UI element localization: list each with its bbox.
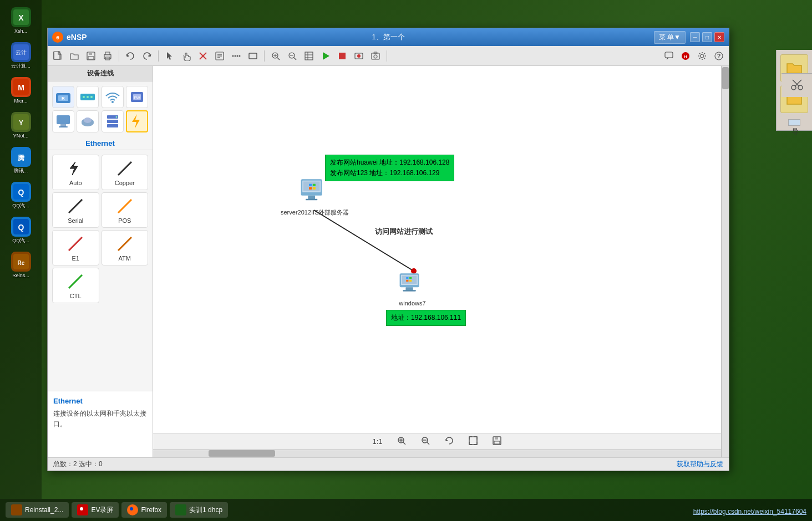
taskbar-icon-reinstall[interactable]: Re Reins... [6, 250, 36, 280]
task-evrecorder[interactable]: EV录屏 [72, 502, 119, 518]
svg-rect-96 [306, 199, 317, 201]
server-info-box: 发布网站huawei 地址：192.168.106.128 发布网站123 地址… [325, 155, 454, 181]
task-reinstall[interactable]: Reinstall_2... [6, 502, 69, 518]
panel-description: Ethernet 连接设备的以太网和千兆以太接口。 [48, 391, 153, 457]
svg-rect-95 [308, 196, 315, 200]
cable-ctl[interactable]: CTL [52, 268, 99, 303]
zoom-1to1[interactable]: 1:1 [369, 436, 385, 447]
toolbar-hand[interactable] [179, 48, 194, 64]
toolbar-settings[interactable] [694, 48, 710, 64]
device-switch[interactable] [77, 86, 99, 108]
svg-rect-105 [409, 277, 412, 279]
cable-auto[interactable]: Auto [52, 155, 99, 190]
toolbar-stop[interactable] [334, 48, 350, 64]
toolbar-record[interactable] [351, 48, 367, 64]
device-cloud[interactable] [77, 110, 99, 132]
ethernet-scroll[interactable]: Auto Copper [48, 150, 153, 391]
cable-atm[interactable]: ATM [101, 230, 149, 265]
panel-title: 设备连线 [48, 66, 153, 81]
maximize-button[interactable]: □ [702, 32, 712, 42]
taskbar-icon-tencent[interactable]: 腾 腾讯... [6, 145, 36, 176]
toolbar-print[interactable] [100, 48, 115, 64]
toolbar-table[interactable] [301, 48, 317, 64]
menu-button[interactable]: 菜 单▼ [654, 31, 686, 44]
svg-rect-107 [409, 280, 412, 282]
cable-pos[interactable]: POS [101, 192, 149, 228]
device-pc[interactable] [52, 110, 74, 132]
canvas-bottom-bar: 1:1 [153, 433, 721, 450]
cable-copper[interactable]: Copper [101, 155, 149, 190]
cable-serial[interactable]: Serial [52, 192, 99, 228]
server-info-line1: 发布网站huawei 地址：192.168.106.128 [330, 159, 449, 166]
toolbar-chat[interactable] [661, 48, 677, 64]
device-wifi[interactable] [101, 86, 124, 108]
svg-text:FW: FW [134, 96, 140, 100]
toolbar-save[interactable] [83, 48, 99, 64]
toolbar-sep-1 [119, 50, 119, 62]
taskbar-icon-msoffice[interactable]: M Micr... [6, 75, 36, 106]
toolbar-rect[interactable] [245, 48, 261, 64]
taskbar-icon-qq1[interactable]: Q QQ汽... [6, 180, 36, 211]
toolbar-dotted[interactable] [229, 48, 244, 64]
svg-line-90 [314, 210, 414, 271]
device-server[interactable] [101, 110, 124, 132]
task-dhcp[interactable]: 实训1 dhcp [170, 502, 228, 518]
horizontal-scrollbar[interactable] [153, 450, 721, 457]
canvas-area[interactable]: server2012IIS外部服务器 w [153, 66, 729, 457]
title-bar: e eNSP 1、第一个 菜 单▼ ─ □ ✕ [48, 28, 729, 46]
zoom-save-btn[interactable] [489, 435, 505, 448]
svg-marker-46 [323, 52, 329, 60]
copper-icon [115, 159, 135, 178]
device-cable[interactable] [126, 110, 148, 132]
zoom-out-btn[interactable] [418, 435, 433, 448]
help-link[interactable]: 获取帮助与反馈 [677, 459, 723, 469]
toolbar-pointer[interactable] [162, 48, 177, 64]
ctl-icon [65, 272, 85, 292]
svg-line-88 [118, 237, 131, 251]
svg-point-56 [701, 54, 704, 58]
toolbar-zoom-fit[interactable] [268, 48, 283, 64]
svg-rect-42 [305, 52, 313, 60]
desc-text: 连接设备的以太网和千兆以太接口。 [53, 408, 147, 430]
scissors-icon[interactable] [789, 76, 805, 94]
toolbar-snapshot[interactable] [368, 48, 383, 64]
taskbar-icon-cloud[interactable]: 云计 云计算... [6, 40, 36, 71]
cable-e1[interactable]: E1 [52, 230, 99, 265]
toolbar-edit[interactable] [212, 48, 227, 64]
svg-text:X: X [18, 13, 24, 22]
toolbar-open[interactable] [67, 48, 82, 64]
close-button[interactable]: ✕ [714, 32, 724, 42]
toolbar-delete[interactable] [195, 48, 211, 64]
client-node[interactable]: windows7 [397, 271, 428, 307]
vertical-scrollbar[interactable] [721, 66, 729, 457]
toolbar-new[interactable] [50, 48, 65, 64]
taskbar-icon-ynote[interactable]: Y YNot... [6, 110, 36, 141]
svg-rect-70 [57, 115, 70, 124]
toolbar-sep-4 [387, 50, 387, 62]
window-tab-title: 1、第一个 [372, 32, 404, 42]
toolbar-help[interactable]: ? [711, 48, 727, 64]
taskbar-icon-xshell[interactable]: X Xsh... [6, 6, 36, 36]
minimize-button[interactable]: ─ [690, 32, 700, 42]
device-firewall[interactable]: FW [126, 86, 148, 108]
toolbar-redo[interactable] [139, 48, 155, 64]
device-router[interactable]: R [52, 86, 74, 108]
bottom-url[interactable]: https://blog.csdn.net/weixin_54117604 [693, 508, 806, 515]
client-info-line1: 地址：192.168.106.111 [391, 314, 461, 321]
toolbar-undo[interactable] [123, 48, 138, 64]
toolbar-start[interactable] [318, 48, 333, 64]
server-node[interactable]: server2012IIS外部服务器 [281, 177, 349, 217]
toolbar-zoom-out[interactable] [285, 48, 300, 64]
svg-point-66 [111, 101, 114, 103]
zoom-fit-btn[interactable] [465, 435, 481, 448]
zoom-in-btn[interactable] [394, 435, 409, 448]
taskbar-icon-qq2[interactable]: Q QQ汽... [6, 215, 36, 246]
svg-rect-120 [494, 441, 500, 444]
toolbar-huawei[interactable]: H [678, 48, 693, 64]
svg-line-36 [277, 58, 280, 60]
toolbar-sep-2 [158, 50, 159, 62]
zoom-reset-btn[interactable] [441, 435, 457, 448]
svg-rect-99 [309, 187, 312, 190]
task-firefox[interactable]: Firefox [121, 502, 167, 518]
cable-e1-label: E1 [72, 255, 79, 262]
